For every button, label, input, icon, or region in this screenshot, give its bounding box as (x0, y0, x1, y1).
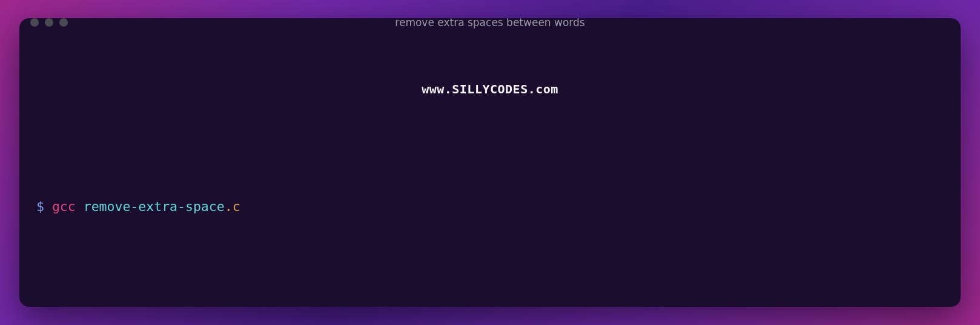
source-stem: remove-extra-space (84, 199, 225, 214)
titlebar: remove extra spaces between words (19, 18, 961, 27)
terminal-line: $ gcc remove-extra-space.c (36, 194, 944, 219)
terminal-window: remove extra spaces between words www.SI… (19, 18, 961, 307)
maximize-icon[interactable] (59, 18, 68, 27)
prompt-symbol: $ (36, 199, 44, 214)
close-icon[interactable] (30, 18, 39, 27)
traffic-lights (30, 18, 68, 27)
source-ext: .c (225, 199, 240, 214)
minimize-icon[interactable] (45, 18, 53, 27)
cmd-gcc: gcc (52, 199, 76, 214)
watermark: www.SILLYCODES.com (19, 78, 961, 101)
terminal-body[interactable]: www.SILLYCODES.com $ gcc remove-extra-sp… (19, 27, 961, 307)
